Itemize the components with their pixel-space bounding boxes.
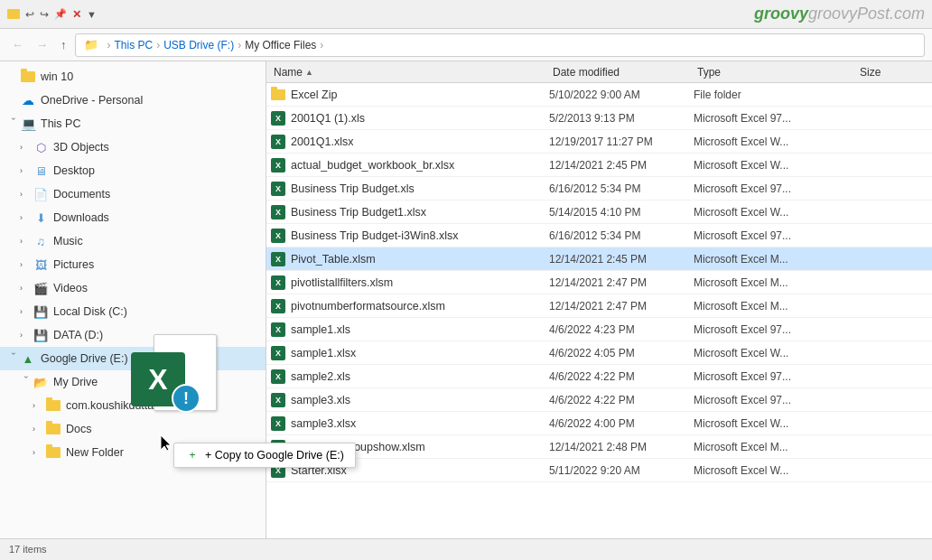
sidebar-item-label: Pictures (53, 258, 94, 271)
file-name-cell: X Pivot_Table.xlsm (270, 251, 549, 267)
undo-icon[interactable]: ↩ (25, 8, 34, 21)
file-icon: X (270, 110, 286, 126)
sidebar-item-label: OneDrive - Personal (41, 94, 143, 107)
music-icon: ♫ (33, 233, 49, 249)
breadcrumb-thispc[interactable]: This PC (115, 39, 154, 51)
forward-button[interactable]: → (32, 35, 52, 54)
datad-icon: 💾 (33, 327, 49, 343)
table-row[interactable]: X 2001Q1.xlsx 12/19/2017 11:27 PM Micros… (266, 130, 932, 154)
file-icon: X (270, 157, 286, 173)
table-row[interactable]: X slicervaluegroupshow.xlsm 12/14/2021 2… (266, 435, 932, 459)
context-menu-copy-to-gdrive[interactable]: + + Copy to Google Drive (E:) (174, 443, 355, 467)
file-date: 5/2/2013 9:13 PM (549, 112, 694, 125)
table-row[interactable]: X pivotlistallfilters.xlsm 12/14/2021 2:… (266, 271, 932, 294)
breadcrumb: 📁 › This PC › USB Drive (F:) › My Office… (75, 33, 926, 57)
expand-arrow: › (20, 166, 33, 175)
sidebar-item-label: 3D Objects (53, 141, 109, 154)
table-row[interactable]: X sample1.xlsx 4/6/2022 4:05 PM Microsof… (266, 341, 932, 365)
col-header-date[interactable]: Date modified (549, 66, 694, 79)
file-name: sample3.xlsx (291, 417, 356, 430)
up-button[interactable]: ↑ (56, 35, 71, 54)
sidebar-item-music[interactable]: › ♫ Music (0, 229, 266, 253)
sidebar-item-documents[interactable]: › 📄 Documents (0, 182, 266, 206)
close-icon[interactable]: ✕ (72, 8, 81, 21)
table-row[interactable]: X Business Trip Budget.xls 6/16/2012 5:3… (266, 177, 932, 201)
table-row[interactable]: X sample3.xlsx 4/6/2022 4:00 PM Microsof… (266, 412, 932, 435)
file-date: 4/6/2022 4:00 PM (549, 417, 694, 430)
expand-icon[interactable]: ▼ (87, 9, 97, 20)
sort-arrow: ▲ (305, 68, 313, 77)
file-date: 12/14/2021 2:47 PM (549, 300, 694, 313)
file-name-cell: X sample3.xlsx (270, 415, 549, 432)
file-type: Microsoft Excel 97... (694, 394, 856, 406)
file-date: 12/14/2021 2:48 PM (549, 441, 694, 453)
sidebar-item-mydrive[interactable]: › 📂 My Drive (0, 370, 266, 394)
table-row[interactable]: X Starter.xlsx 5/11/2022 9:20 AM Microso… (266, 459, 932, 482)
sidebar-item-label: My Drive (53, 376, 98, 388)
table-row[interactable]: X sample1.xls 4/6/2022 4:23 PM Microsoft… (266, 318, 932, 341)
file-name: sample2.xls (291, 370, 350, 383)
breadcrumb-usbdrive[interactable]: USB Drive (F:) (163, 39, 234, 51)
file-date: 4/6/2022 4:22 PM (549, 370, 694, 383)
3dobjects-icon: ⬡ (33, 139, 49, 155)
localdisk-icon: 💾 (33, 303, 49, 320)
file-name: Business Trip Budget-i3Win8.xlsx (291, 229, 459, 242)
pin-icon[interactable]: 📌 (54, 8, 67, 20)
sidebar-item-googledrive[interactable]: › ▲ Google Drive (E:) (0, 347, 266, 370)
sidebar-item-docs[interactable]: › Docs (0, 417, 266, 441)
table-row[interactable]: X Business Trip Budget1.xlsx 5/14/2015 4… (266, 201, 932, 224)
file-icon: X (270, 369, 286, 385)
expand-arrow: › (20, 260, 33, 269)
sidebar-item-label: Downloads (53, 211, 109, 224)
file-type: Microsoft Excel M... (694, 276, 856, 289)
file-list-header: Name ▲ Date modified Type Size (266, 61, 932, 83)
sidebar-item-localdisk[interactable]: › 💾 Local Disk (C:) (0, 300, 266, 323)
file-type: File folder (694, 89, 856, 101)
file-name: 2001Q1.xlsx (291, 135, 353, 148)
win10-icon (20, 69, 36, 85)
sidebar-item-koushik[interactable]: › com.koushikdutta.backup (0, 394, 266, 417)
file-rows: Excel Zip 5/10/2022 9:00 AM File folder … (266, 83, 932, 482)
file-type: Microsoft Excel W... (694, 464, 856, 477)
file-date: 4/6/2022 4:22 PM (549, 394, 694, 406)
sidebar-item-win10[interactable]: win 10 (0, 65, 266, 89)
file-type: Microsoft Excel 97... (694, 370, 856, 383)
table-row[interactable]: X actual_budget_workbook_br.xlsx 12/14/2… (266, 154, 932, 177)
sidebar-item-onedrive[interactable]: ☁ OneDrive - Personal (0, 89, 266, 112)
file-name-cell: X pivotnumberformatsource.xlsm (270, 298, 549, 314)
file-name: actual_budget_workbook_br.xlsx (291, 159, 454, 172)
expand-arrow: › (20, 237, 33, 246)
sidebar-item-desktop[interactable]: › 🖥 Desktop (0, 159, 266, 182)
expand-arrow-open: › (9, 352, 18, 365)
sidebar-item-pictures[interactable]: › 🖼 Pictures (0, 253, 266, 276)
table-row[interactable]: Excel Zip 5/10/2022 9:00 AM File folder (266, 83, 932, 107)
table-row[interactable]: X 2001Q1 (1).xls 5/2/2013 9:13 PM Micros… (266, 107, 932, 130)
table-row[interactable]: X Pivot_Table.xlsm 12/14/2021 2:45 PM Mi… (266, 247, 932, 271)
table-row[interactable]: X sample3.xls 4/6/2022 4:22 PM Microsoft… (266, 388, 932, 412)
table-row[interactable]: X sample2.xls 4/6/2022 4:22 PM Microsoft… (266, 365, 932, 388)
sidebar-item-3dobjects[interactable]: › ⬡ 3D Objects (0, 135, 266, 159)
sidebar-item-thispc[interactable]: › 💻 This PC (0, 112, 266, 135)
sidebar-item-downloads[interactable]: › ⬇ Downloads (0, 206, 266, 229)
table-row[interactable]: X pivotnumberformatsource.xlsm 12/14/202… (266, 294, 932, 318)
file-icon (270, 87, 286, 103)
file-date: 5/11/2022 9:20 AM (549, 464, 694, 477)
col-header-size[interactable]: Size (856, 66, 928, 79)
file-name-cell: X sample1.xls (270, 322, 549, 338)
title-bar: ↩ ↪ 📌 ✕ ▼ groovygroovyPost.com (0, 0, 932, 29)
file-date: 6/16/2012 5:34 PM (549, 182, 694, 195)
col-header-name[interactable]: Name ▲ (270, 66, 549, 79)
redo-icon[interactable]: ↪ (40, 8, 49, 21)
context-menu: + + Copy to Google Drive (E:) (173, 443, 356, 468)
file-name: Business Trip Budget.xls (291, 182, 415, 195)
title-bar-icons: ↩ ↪ 📌 ✕ ▼ (7, 8, 97, 21)
sidebar-item-datad[interactable]: › 💾 DATA (D:) (0, 323, 266, 347)
table-row[interactable]: X Business Trip Budget-i3Win8.xlsx 6/16/… (266, 224, 932, 247)
onedrive-icon: ☁ (20, 92, 36, 108)
col-header-type[interactable]: Type (694, 66, 856, 79)
sidebar-item-videos[interactable]: › 🎬 Videos (0, 276, 266, 300)
file-icon: X (270, 181, 286, 197)
back-button[interactable]: ← (7, 35, 28, 54)
desktop-icon: 🖥 (33, 163, 49, 179)
expand-arrow: › (20, 307, 33, 316)
